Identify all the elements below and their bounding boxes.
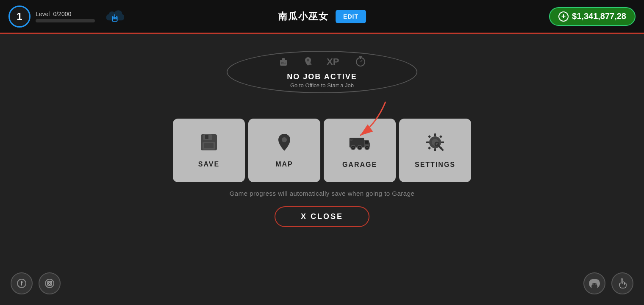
no-job-subtitle: Go to Office to Start a Job bbox=[290, 82, 354, 89]
job-icons-row: KG XP bbox=[278, 55, 366, 70]
svg-text:XP: XP bbox=[327, 56, 339, 67]
svg-text:f: f bbox=[21, 280, 23, 287]
save-label: SAVE bbox=[198, 161, 219, 168]
svg-rect-34 bbox=[426, 141, 429, 143]
svg-rect-4 bbox=[282, 58, 285, 61]
cloud-save-icon[interactable] bbox=[104, 6, 125, 27]
level-label-row: Level 0/2000 bbox=[36, 11, 95, 17]
instagram-icon[interactable] bbox=[39, 272, 61, 294]
level-info: Level 0/2000 bbox=[36, 11, 95, 22]
svg-rect-19 bbox=[365, 141, 369, 144]
svg-rect-33 bbox=[434, 148, 436, 151]
xp-bar bbox=[36, 19, 95, 22]
floppy-disk-icon bbox=[199, 133, 219, 155]
svg-rect-36 bbox=[428, 135, 431, 138]
level-number: 1 bbox=[17, 11, 22, 22]
svg-point-44 bbox=[45, 279, 54, 288]
destination-icon bbox=[302, 55, 314, 70]
garage-button[interactable]: GARAGE bbox=[324, 119, 396, 182]
svg-point-47 bbox=[51, 281, 52, 282]
svg-rect-32 bbox=[434, 133, 436, 136]
no-job-title: NO JOB ACTIVE bbox=[287, 72, 357, 81]
svg-rect-16 bbox=[204, 143, 214, 148]
discord-icon[interactable] bbox=[583, 272, 605, 294]
svg-point-49 bbox=[595, 283, 597, 285]
level-xp: 0/2000 bbox=[53, 11, 71, 17]
bottom-left-icons: f bbox=[11, 272, 61, 294]
settings-label: SETTINGS bbox=[415, 161, 455, 169]
timer-icon bbox=[355, 55, 366, 70]
level-label: Level bbox=[36, 11, 50, 17]
svg-rect-35 bbox=[441, 141, 444, 143]
garage-label: GARAGE bbox=[342, 161, 377, 169]
svg-rect-14 bbox=[205, 135, 208, 139]
money-badge[interactable]: + $1,341,877,28 bbox=[549, 7, 636, 26]
svg-point-6 bbox=[307, 59, 309, 61]
svg-point-17 bbox=[282, 137, 287, 142]
svg-point-25 bbox=[366, 147, 368, 148]
bottom-right-icons bbox=[583, 272, 633, 294]
map-label: MAP bbox=[275, 161, 293, 168]
svg-point-46 bbox=[49, 283, 51, 285]
level-circle: 1 bbox=[8, 6, 31, 28]
money-amount: $1,341,877,28 bbox=[572, 11, 626, 21]
svg-point-48 bbox=[592, 283, 594, 285]
map-button[interactable]: MAP bbox=[248, 119, 320, 182]
map-pin-icon bbox=[276, 133, 292, 155]
truck-icon bbox=[349, 132, 371, 156]
svg-rect-38 bbox=[428, 147, 431, 150]
svg-rect-2 bbox=[113, 19, 117, 21]
top-right-section: + $1,341,877,28 bbox=[549, 7, 636, 26]
svg-point-7 bbox=[310, 63, 311, 64]
svg-line-11 bbox=[361, 60, 362, 62]
weight-icon: KG bbox=[278, 55, 289, 70]
touch-feedback-icon[interactable] bbox=[611, 272, 633, 294]
top-left-section: 1 Level 0/2000 bbox=[8, 6, 125, 28]
svg-rect-37 bbox=[439, 135, 442, 138]
money-plus-icon: + bbox=[558, 11, 569, 22]
settings-gear-icon bbox=[425, 132, 445, 156]
save-button[interactable]: SAVE bbox=[173, 119, 245, 182]
close-button[interactable]: X CLOSE bbox=[275, 206, 369, 227]
xp-icon: XP bbox=[327, 55, 342, 70]
settings-button[interactable]: SETTINGS bbox=[399, 119, 471, 182]
facebook-icon[interactable]: f bbox=[11, 272, 33, 294]
menu-buttons-row: SAVE MAP bbox=[173, 119, 471, 182]
top-bar: 1 Level 0/2000 南瓜小巫女 EDIT bbox=[0, 0, 644, 34]
top-center-section: 南瓜小巫女 EDIT bbox=[278, 10, 366, 23]
svg-text:KG: KG bbox=[281, 61, 286, 64]
edit-button[interactable]: EDIT bbox=[336, 10, 366, 23]
svg-point-23 bbox=[359, 147, 360, 148]
job-status-oval: KG XP bbox=[227, 51, 417, 93]
character-name: 南瓜小巫女 bbox=[278, 10, 329, 23]
svg-point-21 bbox=[353, 147, 354, 148]
auto-save-text: Game progress will automatically save wh… bbox=[230, 190, 415, 197]
main-content: KG XP bbox=[0, 34, 644, 305]
